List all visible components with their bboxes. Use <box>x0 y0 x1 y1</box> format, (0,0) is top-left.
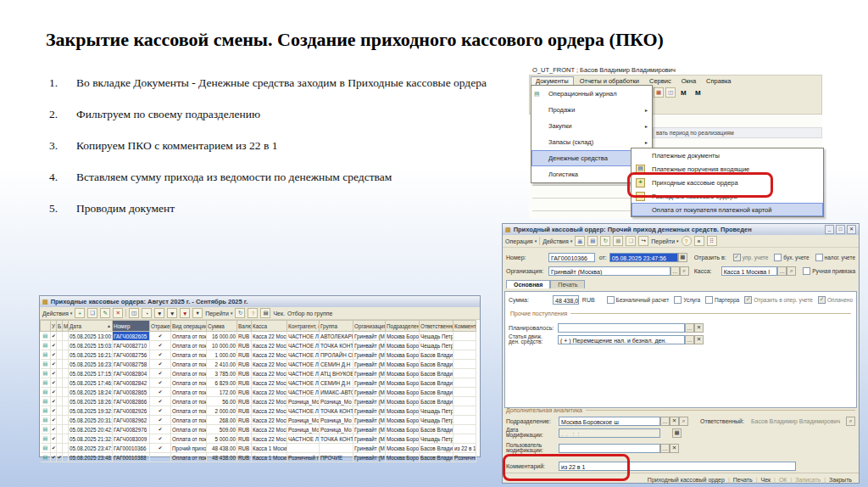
planned-field[interactable] <box>558 323 685 333</box>
refresh-icon[interactable]: ↻ <box>235 308 245 318</box>
toolbar-letter-buttons[interactable]: М М <box>681 89 704 97</box>
table-row[interactable]: ▤✔05.08.2025 17:15:29ГАГЧ0082804✔Оплата … <box>41 369 476 378</box>
actions-menu-button[interactable]: Действия▾ <box>42 311 72 316</box>
column-header[interactable]: Ответственный <box>420 321 453 332</box>
copy-icon[interactable]: ❏ <box>87 308 97 318</box>
select-button[interactable]: … <box>777 266 787 276</box>
select-button[interactable]: … <box>670 266 680 276</box>
table-row[interactable]: ▤✔05.08.2025 20:31:47ГАГЧ0082962✔Оплата … <box>41 416 476 425</box>
calendar-button[interactable]: ▦ <box>678 253 687 262</box>
manual-link-checkbox[interactable]: Ручная привязка <box>803 267 855 275</box>
filter-icon[interactable]: ▼ <box>154 308 164 318</box>
menu-item[interactable]: ▤Операционный журнал <box>531 86 652 102</box>
movements-icon[interactable]: ≡ <box>694 236 704 246</box>
submenu-item[interactable]: +Приходные кассовые ордера <box>632 176 823 189</box>
actions-menu-button[interactable]: Действия▾ <box>542 238 572 244</box>
table-row[interactable]: ▤✔✔05.08.2025 23:48:14ГАГ00010388Оплата … <box>41 453 476 462</box>
reflect-checkbox[interactable]: налог. учете <box>815 254 855 261</box>
clear-button[interactable]: ✕ <box>670 417 679 426</box>
mod-user-field[interactable] <box>559 444 660 453</box>
footer-button[interactable]: Чек <box>757 477 774 483</box>
print-icon[interactable]: 🖶 <box>575 236 585 246</box>
help-icon[interactable]: ? <box>682 236 692 246</box>
column-header[interactable]: Комментарий <box>453 321 476 332</box>
submenu-item[interactable]: ▤Платежные поручения входящие <box>632 162 823 176</box>
table-row[interactable]: ▤✔05.08.2025 16:23:36ГАГЧ0082758✔Оплата … <box>41 360 476 369</box>
clear-button[interactable]: ✕ <box>694 323 704 333</box>
sum-checkbox[interactable]: Услуга <box>674 296 700 304</box>
table-row[interactable]: ▤✔05.08.2025 23:47:56ГАГ00010366✔Прочий … <box>41 444 476 453</box>
based-on-icon[interactable]: ↪ <box>638 236 648 246</box>
reflect-checkbox[interactable]: бух. учете <box>774 254 809 261</box>
column-header[interactable]: Вид операции <box>171 321 207 332</box>
maximize-button[interactable]: □ <box>836 225 845 234</box>
footer-button[interactable]: ОК <box>776 477 791 483</box>
column-header[interactable]: Сумма <box>207 321 237 332</box>
submenu-item[interactable]: Оплата от покупателя платежной картой <box>632 203 823 216</box>
preview-icon[interactable]: ▤ <box>587 236 598 246</box>
sum-checkbox[interactable]: ✓Оплачено <box>818 296 853 304</box>
column-header[interactable]: Касса <box>252 321 287 332</box>
select-button[interactable]: … <box>685 335 694 344</box>
open-button[interactable]: ⌕ <box>679 417 688 426</box>
select-button[interactable]: … <box>660 417 670 426</box>
menubar-item[interactable]: Сервис <box>645 77 676 85</box>
table-row[interactable]: ▤✔05.08.2025 16:21:37ГАГЧ0082756✔Оплата … <box>41 350 476 360</box>
edit-icon[interactable]: ✎ <box>100 308 110 318</box>
footer-button[interactable]: Приходный кассовый ордер <box>644 477 728 483</box>
column-header[interactable]: Валюта <box>237 321 252 332</box>
tab-main[interactable]: Основная <box>506 280 550 288</box>
table-row[interactable]: ▤✔05.08.2025 15:03:53ГАГЧ0082710✔Оплата … <box>41 341 476 350</box>
print-icon[interactable]: ▤ <box>260 308 270 318</box>
table-row[interactable]: ▤✔05.08.2025 13:00:49ГАГЧ0082605✔Оплата … <box>41 332 476 341</box>
users-icon[interactable]: ◫ <box>665 87 676 98</box>
select-button[interactable]: … <box>685 323 694 333</box>
sum-checkbox[interactable]: Безналичный расчет <box>607 296 670 304</box>
kassa-field[interactable]: Касса 1 Москва I <box>721 266 778 276</box>
menubar-item[interactable]: Справка <box>702 77 735 85</box>
reflect-checkbox[interactable]: ✓упр. учете <box>733 254 769 261</box>
close-button[interactable]: ✕ <box>847 225 856 234</box>
reread-icon[interactable]: ↻ <box>600 236 610 246</box>
period-icon[interactable]: ◫ <box>129 308 139 318</box>
table-row[interactable]: ▤✔05.08.2025 20:42:37ГАГЧ0082976✔Оплата … <box>41 425 476 434</box>
table-row[interactable]: ▤✔05.08.2025 19:32:54ГАГЧ0082926✔Оплата … <box>41 406 476 416</box>
sum-checkbox[interactable]: Партерра <box>705 296 739 304</box>
column-header[interactable]: Отражено в о. <box>150 321 171 332</box>
column-header[interactable]: Подразделение <box>386 321 420 332</box>
footer-button[interactable]: Печать <box>730 477 756 483</box>
goto-menu-button[interactable]: Перейти▾ <box>205 311 232 316</box>
calendar-icon[interactable]: ▦ <box>654 87 664 98</box>
column-header[interactable]: Группа <box>320 321 353 332</box>
column-header[interactable]: Организация <box>353 321 386 332</box>
column-header[interactable]: Б <box>57 321 63 332</box>
submenu-item[interactable]: Платежные документы <box>632 148 823 162</box>
filter-off-icon[interactable]: ▼ <box>180 308 190 318</box>
org-field[interactable]: Гринвайт (Москва) <box>548 266 670 276</box>
settings-icon[interactable]: ⁝⁝ <box>707 236 717 246</box>
column-header[interactable]: Номер <box>113 321 150 332</box>
division-field[interactable]: Москва Боровское ш <box>559 417 660 426</box>
date-field[interactable]: 05.08.2025 23:47:56 <box>609 253 678 262</box>
open-button[interactable]: ⌕ <box>787 266 796 276</box>
calendar-button[interactable]: ▦ <box>672 428 682 438</box>
submenu-item[interactable]: −Расходные кассовые ордера <box>632 189 823 203</box>
filter-settings-icon[interactable]: ▼ <box>167 308 177 318</box>
menu-item[interactable]: Закупки► <box>531 118 652 134</box>
more-icon[interactable]: ▾ <box>192 308 203 318</box>
column-header[interactable]: Дата▲ <box>69 321 113 332</box>
menubar-item[interactable]: Окна <box>677 77 700 85</box>
clear-button[interactable]: ✕ <box>694 335 704 344</box>
delete-icon[interactable]: ✕ <box>113 308 123 318</box>
table-row[interactable]: ▤✔05.08.2025 21:32:10ГАГЧ0083009✔Оплата … <box>41 434 476 444</box>
column-header[interactable]: М <box>63 321 69 332</box>
tab-print[interactable]: Печать <box>550 280 585 288</box>
menubar-item[interactable]: Документы <box>531 76 574 86</box>
find-icon[interactable]: ◔ <box>142 308 152 318</box>
check-button[interactable]: Чек. <box>273 311 285 316</box>
footer-button[interactable]: Закрыть <box>826 477 855 483</box>
article-field[interactable]: ( + ) Перемещение нал. и безнал. ден. <box>558 335 685 344</box>
open-button[interactable]: ⌕ <box>680 266 689 276</box>
sum-checkbox[interactable]: ✓Отразить в опер. учете <box>744 296 813 304</box>
number-field[interactable]: ГАГ00010366 <box>548 253 595 262</box>
